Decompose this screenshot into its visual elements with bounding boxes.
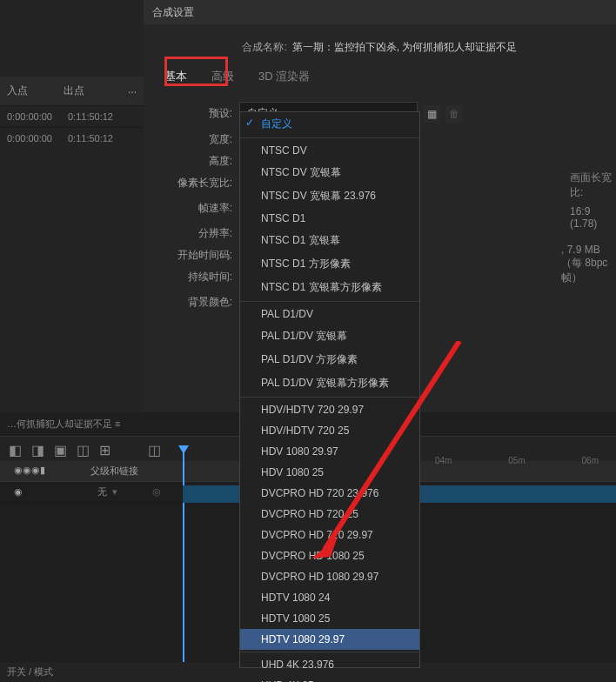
width-label: 宽度: [161, 132, 239, 147]
tab-3d-renderer[interactable]: 3D 渲染器 [255, 62, 313, 91]
comp-name-input[interactable]: 第一期：监控拍下凶杀, 为何抓捕犯人却证据不足 [292, 40, 518, 55]
in-cell: 0:00:00:00 [0, 130, 61, 147]
height-label: 高度: [161, 154, 239, 169]
save-preset-icon[interactable]: ▦ [423, 105, 440, 123]
tab-advanced[interactable]: 高级 [208, 62, 238, 91]
preset-option[interactable]: HDV/HDTV 720 29.97 [240, 399, 419, 420]
preset-option[interactable]: NTSC DV 宽银幕 23.976 [240, 184, 419, 208]
tab-basic[interactable]: 基本 [161, 62, 191, 91]
dar-info: 画面长宽比: 16:9 (1.78) [570, 170, 616, 235]
tool-icon[interactable]: ⊞ [99, 442, 113, 456]
duration-label: 持续时间: [161, 270, 239, 284]
preset-option[interactable]: HDTV 1080 29.97 [240, 629, 419, 650]
preset-option[interactable]: NTSC DV [240, 140, 419, 161]
col-icons: ◉◉◉▮ [14, 465, 45, 478]
ruler-tick: 06m [582, 456, 599, 470]
preset-option[interactable]: DVCPRO HD 1080 25 [240, 545, 419, 566]
preset-option[interactable]: NTSC DV 宽银幕 [240, 161, 419, 184]
start-tc-label: 开始时间码: [161, 248, 239, 263]
preset-option[interactable]: PAL D1/DV 宽银幕 [240, 324, 419, 348]
preset-option[interactable]: NTSC D1 方形像素 [240, 252, 419, 276]
preset-option[interactable]: DVCPRO HD 1080 29.97 [240, 566, 419, 587]
preset-option[interactable]: PAL D1/DV 宽银幕方形像素 [240, 371, 419, 395]
in-cell: 0:00:00:00 [0, 108, 61, 125]
preset-dropdown-menu[interactable]: 自定义NTSC DVNTSC DV 宽银幕NTSC DV 宽银幕 23.976N… [239, 111, 420, 668]
preset-option[interactable]: DVCPRO HD 720 25 [240, 504, 419, 525]
preset-option[interactable]: HDV 1080 25 [240, 462, 419, 483]
fps-label: 帧速率: [161, 201, 239, 216]
preset-option[interactable]: UHD 4K 25 [240, 675, 419, 682]
delete-preset-icon[interactable]: 🗑 [445, 105, 463, 123]
preset-label: 预设: [161, 106, 239, 121]
col-more: ... [121, 80, 144, 102]
ruler-tick: 05m [508, 456, 525, 470]
preset-option[interactable]: PAL D1/DV 方形像素 [240, 348, 419, 371]
tool-icon[interactable]: ◧ [9, 442, 23, 456]
project-row[interactable]: 0:00:00:00 0:11:50:12 [0, 105, 144, 127]
preset-option[interactable]: UHD 4K 23.976 [240, 654, 419, 675]
preset-option[interactable]: NTSC D1 宽银幕方形像素 [240, 276, 419, 299]
project-columns-header: 入点 出点 ... [0, 77, 144, 105]
parent-none[interactable]: 无 [97, 485, 107, 498]
comp-name-label: 合成名称: [242, 40, 286, 55]
tool-icon[interactable]: ◫ [77, 442, 90, 456]
out-cell: 0:11:50:12 [61, 108, 131, 125]
preset-option[interactable]: HDTV 1080 25 [240, 608, 419, 629]
col-out[interactable]: 出点 [57, 80, 121, 102]
bg-label: 背景颜色: [161, 295, 239, 310]
out-cell: 0:11:50:12 [61, 130, 131, 147]
dar-value: 16:9 (1.78) [570, 205, 616, 230]
preset-option[interactable]: PAL D1/DV [240, 304, 419, 324]
preset-option[interactable]: HDV 1080 29.97 [240, 441, 419, 462]
preset-option[interactable]: HDTV 1080 24 [240, 587, 419, 608]
preset-option[interactable]: DVCPRO HD 720 29.97 [240, 525, 419, 545]
dar-label: 画面长宽比: [570, 170, 616, 200]
preset-option[interactable]: HDV/HDTV 720 25 [240, 420, 419, 441]
tool-icon[interactable]: ◨ [31, 442, 45, 456]
par-label: 像素长宽比: [161, 176, 239, 191]
tool-icon[interactable]: ▣ [54, 442, 68, 456]
ruler-tick: 04m [435, 456, 452, 470]
col-parent[interactable]: 父级和链接 [90, 465, 138, 478]
preset-option[interactable]: NTSC D1 [240, 208, 419, 229]
preset-option[interactable]: 自定义 [240, 112, 419, 136]
preset-option[interactable]: NTSC D1 宽银幕 [240, 229, 419, 252]
tool-icon[interactable]: ◫ [148, 442, 162, 456]
resolution-label: 分辨率: [161, 226, 239, 241]
col-in[interactable]: 入点 [0, 80, 57, 102]
memory-info: , 7.9 MB（每 8bpc 帧） [561, 244, 616, 285]
project-row[interactable]: 0:00:00:00 0:11:50:12 [0, 127, 144, 149]
preset-option[interactable]: DVCPRO HD 720 23.976 [240, 483, 419, 504]
dialog-title: 合成设置 [144, 0, 616, 24]
